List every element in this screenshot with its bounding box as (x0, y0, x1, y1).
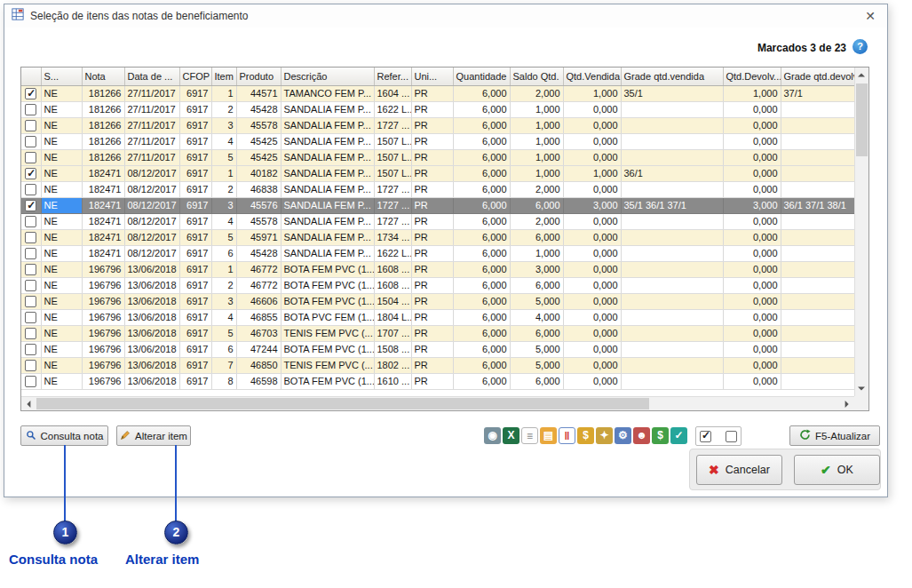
row-checkbox-unchecked[interactable] (25, 280, 36, 291)
cell[interactable]: 6,000 (453, 357, 510, 373)
cell[interactable] (781, 213, 854, 229)
cell[interactable]: 45576 (236, 197, 281, 213)
column-header-12[interactable]: Qtd.Vendida (563, 68, 621, 85)
cell[interactable] (621, 181, 723, 197)
cell[interactable] (621, 277, 723, 293)
cell[interactable]: NE (41, 309, 82, 325)
cell[interactable]: NE (41, 101, 82, 117)
cell[interactable]: BOTA FEM PVC (1... (281, 293, 374, 309)
cell[interactable]: NE (41, 357, 82, 373)
cell[interactable]: 5 (211, 229, 236, 245)
cell[interactable]: 1 (211, 85, 236, 101)
cell[interactable]: 2 (211, 181, 236, 197)
cell[interactable]: NE (41, 117, 82, 133)
horizontal-scrollbar[interactable] (21, 396, 854, 410)
cell[interactable]: 1,000 (723, 85, 781, 101)
cell[interactable]: BOTA FEM PVC (1... (281, 277, 374, 293)
scroll-left-icon[interactable] (21, 397, 36, 411)
cell[interactable]: 6917 (179, 133, 211, 149)
cell[interactable]: NE (41, 325, 82, 341)
cell[interactable]: 1610 ... (374, 373, 411, 389)
cell[interactable]: 35/1 36/1 37/1 (621, 197, 723, 213)
cell[interactable]: 46703 (236, 325, 281, 341)
cell[interactable]: BOTA FEM PVC (1... (281, 341, 374, 357)
table-row[interactable]: NE19679613/06/20186917246772BOTA FEM PVC… (21, 277, 854, 293)
cell[interactable]: 6,000 (510, 325, 563, 341)
cell[interactable]: 1508 ... (374, 341, 411, 357)
cell[interactable]: PR (411, 373, 453, 389)
cell[interactable]: PR (411, 245, 453, 261)
cell[interactable]: 1,000 (510, 165, 563, 181)
cell[interactable]: 46772 (236, 277, 281, 293)
column-header-7[interactable]: Descrição (281, 68, 374, 85)
f5-atualizar-button[interactable]: F5-Atualizar (789, 425, 880, 446)
cell[interactable]: 0,000 (563, 309, 621, 325)
cell[interactable]: 1 (211, 261, 236, 277)
row-checkbox-checked[interactable] (25, 88, 36, 99)
cell[interactable]: 0,000 (563, 117, 621, 133)
cell[interactable] (781, 117, 854, 133)
cell[interactable]: 0,000 (723, 181, 781, 197)
cell[interactable] (621, 357, 723, 373)
cell[interactable]: 1727 ... (374, 197, 411, 213)
cell[interactable]: SANDALIA FEM P... (281, 245, 374, 261)
cell[interactable]: 1507 L... (374, 149, 411, 165)
cell[interactable]: 4 (211, 133, 236, 149)
cell[interactable]: SANDALIA FEM P... (281, 101, 374, 117)
cell[interactable]: BOTA FEM PVC (1... (281, 373, 374, 389)
cell[interactable] (621, 341, 723, 357)
cell[interactable]: 44571 (236, 85, 281, 101)
cell[interactable]: 6 (211, 341, 236, 357)
cell[interactable]: 13/06/2018 (124, 261, 179, 277)
cell[interactable]: 13/06/2018 (124, 373, 179, 389)
cell[interactable] (781, 245, 854, 261)
cell[interactable]: 0,000 (723, 101, 781, 117)
cell[interactable]: TENIS FEM PVC (... (281, 325, 374, 341)
cell[interactable]: 3 (211, 293, 236, 309)
cell[interactable]: 2,000 (510, 85, 563, 101)
cell[interactable]: SANDALIA FEM P... (281, 133, 374, 149)
cell[interactable]: 6,000 (510, 229, 563, 245)
row-checkbox-checked[interactable] (25, 168, 36, 179)
cell[interactable]: 0,000 (563, 229, 621, 245)
tasks-icon[interactable]: ✓ (670, 427, 687, 444)
cell[interactable]: 1,000 (510, 149, 563, 165)
row-checkbox-unchecked[interactable] (25, 152, 36, 163)
cell[interactable]: 6917 (179, 85, 211, 101)
table-row[interactable]: NE18126627/11/20176917144571TAMANCO FEM … (21, 85, 854, 101)
pause-columns-icon[interactable]: ‖ (559, 427, 575, 444)
cell[interactable] (781, 229, 854, 245)
column-header-4[interactable]: CFOP (179, 68, 211, 85)
cell[interactable]: 0,000 (563, 325, 621, 341)
cell[interactable]: 45425 (236, 133, 281, 149)
cell[interactable]: 6,000 (453, 277, 510, 293)
cell[interactable]: 6917 (179, 117, 211, 133)
cell[interactable]: 1734 ... (374, 229, 411, 245)
cell[interactable]: 0,000 (723, 133, 781, 149)
cell[interactable]: 196796 (82, 373, 124, 389)
cell[interactable] (781, 293, 854, 309)
cell[interactable]: PR (411, 261, 453, 277)
cell[interactable]: SANDALIA FEM P... (281, 181, 374, 197)
coins-icon[interactable]: $ (577, 427, 594, 444)
cell[interactable]: 1802 ... (374, 357, 411, 373)
cell[interactable]: 6,000 (510, 197, 563, 213)
cell[interactable]: 0,000 (563, 261, 621, 277)
cell[interactable]: 46850 (236, 357, 281, 373)
cell[interactable]: 5 (211, 325, 236, 341)
cell[interactable]: 6917 (179, 293, 211, 309)
cell[interactable]: 27/11/2017 (124, 133, 179, 149)
cell[interactable] (621, 133, 723, 149)
cell[interactable]: 1727 ... (374, 117, 411, 133)
cell[interactable]: NE (41, 197, 82, 213)
cell[interactable]: 6917 (179, 261, 211, 277)
cell[interactable] (781, 309, 854, 325)
row-checkbox-unchecked[interactable] (25, 216, 36, 227)
cell[interactable]: 13/06/2018 (124, 341, 179, 357)
cell[interactable]: 2 (211, 101, 236, 117)
cell[interactable]: 6,000 (453, 229, 510, 245)
cell[interactable]: 181266 (82, 117, 124, 133)
cell[interactable]: 6,000 (453, 149, 510, 165)
row-checkbox-unchecked[interactable] (25, 136, 36, 147)
cell[interactable]: SANDALIA FEM P... (281, 213, 374, 229)
